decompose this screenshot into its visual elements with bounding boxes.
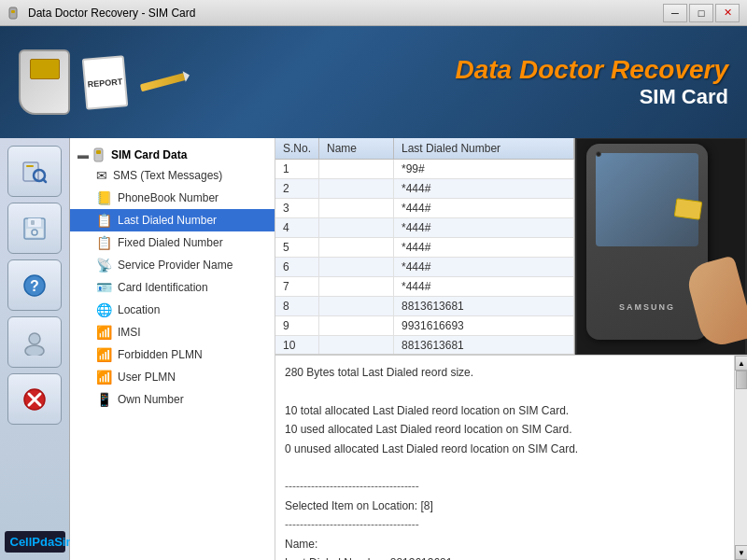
sidebar: ? CellPdaSim.com <box>0 138 70 560</box>
cell-sno: 2 <box>275 179 319 199</box>
tree-item-icon: 📶 <box>96 325 112 340</box>
tree-item-icon: 📡 <box>96 258 112 273</box>
brand-badge: CellPdaSim.com <box>5 531 65 553</box>
info-line4: 10 used allocated Last Dialed reord loca… <box>285 420 725 439</box>
table-row[interactable]: 7 *444# <box>275 277 574 297</box>
report-icon: REPORT <box>79 52 131 113</box>
cell-sno: 8 <box>275 297 319 316</box>
header-title-main: Data Doctor Recovery <box>455 55 728 85</box>
table-row[interactable]: 5 *444# <box>275 238 574 258</box>
svg-point-14 <box>25 345 44 356</box>
table-row[interactable]: 6 *444# <box>275 258 574 277</box>
tree-item-label: IMSI <box>118 326 141 339</box>
info-last-dialed-value: 8813613681 <box>387 556 452 560</box>
header-logo: REPORT <box>19 49 191 115</box>
tree-item-service-provider-name[interactable]: 📡Service Provider Name <box>70 254 275 276</box>
tree-item-imsi[interactable]: 📶IMSI <box>70 321 275 343</box>
tree-item-icon: ✉ <box>96 168 107 183</box>
cell-number: *444# <box>394 218 574 238</box>
cell-name <box>319 179 394 199</box>
cell-sno: 6 <box>275 258 319 277</box>
sim-card-visible <box>674 198 703 220</box>
scroll-down-button[interactable]: ▼ <box>735 545 747 560</box>
phone-visual-container: SAMSUNG <box>577 139 745 354</box>
col-name: Name <box>319 138 394 160</box>
info-text: 280 Bytes total Last Dialed reord size. … <box>275 356 734 560</box>
tree-item-icon: 📶 <box>96 347 112 362</box>
info-last-dialed-label: Last Dialed Number: <box>285 556 387 560</box>
tree-items-container: ✉SMS (Text Messages)📒PhoneBook Number📋La… <box>70 164 275 411</box>
cell-sno: 3 <box>275 199 319 218</box>
table-row[interactable]: 1 *99# <box>275 160 574 179</box>
phone-photo: SAMSUNG <box>574 138 747 355</box>
cell-sno: 9 <box>275 316 319 336</box>
tree-item-label: Card Identification <box>118 281 208 294</box>
cell-number: *444# <box>394 199 574 218</box>
tree-panel: ▬ SIM Card Data ✉SMS (Text Messages)📒Pho… <box>70 138 275 560</box>
tree-item-label: Location <box>118 303 160 316</box>
info-scrollbar: ▲ ▼ <box>734 356 747 560</box>
info-line-blank1 <box>285 382 725 400</box>
cell-number: 8813613681 <box>394 297 574 316</box>
tree-item-sms-(text-messages)[interactable]: ✉SMS (Text Messages) <box>70 164 275 187</box>
phone-camera <box>596 151 601 157</box>
tree-item-label: Last Dialed Number <box>118 214 217 227</box>
close-exit-button[interactable] <box>7 373 62 425</box>
maximize-button[interactable]: □ <box>689 4 713 22</box>
help-button[interactable]: ? <box>7 259 62 311</box>
sim-card-icon <box>19 49 70 115</box>
scroll-up-button[interactable]: ▲ <box>735 356 747 371</box>
content-area: ▬ SIM Card Data ✉SMS (Text Messages)📒Pho… <box>70 138 747 560</box>
cell-name <box>319 297 394 316</box>
svg-rect-8 <box>31 220 35 225</box>
info-line7: Selected Item on Location: [8] <box>285 497 725 515</box>
tree-item-user-plmn[interactable]: 📶User PLMN <box>70 366 275 388</box>
cell-sno: 10 <box>275 336 319 356</box>
tree-item-icon: 📋 <box>96 213 112 228</box>
table-row[interactable]: 10 8813613681 <box>275 336 574 356</box>
table-container: S.No. Name Last Dialed Number 1 *99# 2 *… <box>275 138 574 355</box>
search-button[interactable] <box>7 146 62 197</box>
info-divider1: ------------------------------------ <box>285 477 725 496</box>
info-panel: 280 Bytes total Last Dialed reord size. … <box>275 355 747 560</box>
cell-name <box>319 199 394 218</box>
header-title-sub: SIM Card <box>455 85 728 109</box>
tree-item-icon: 📶 <box>96 370 112 385</box>
scroll-thumb[interactable] <box>736 371 747 389</box>
cell-sno: 4 <box>275 218 319 238</box>
cell-number: *444# <box>394 277 574 297</box>
table-row[interactable]: 4 *444# <box>275 218 574 238</box>
info-line5: 0 unused allocated Last Dialed reord loc… <box>285 440 725 458</box>
save-button[interactable] <box>7 203 62 254</box>
samsung-label: SAMSUNG <box>619 302 675 312</box>
table-row[interactable]: 3 *444# <box>275 199 574 218</box>
sim-tree-icon <box>92 147 107 162</box>
table-row[interactable]: 8 8813613681 <box>275 297 574 316</box>
main-content: ? CellPdaSim.com ▬ <box>0 138 747 560</box>
close-button[interactable]: ✕ <box>715 4 740 22</box>
user-button[interactable] <box>7 316 62 368</box>
table-row[interactable]: 9 9931616693 <box>275 316 574 336</box>
cell-name <box>319 218 394 238</box>
tree-item-location[interactable]: 🌐Location <box>70 299 275 321</box>
cell-number: *444# <box>394 258 574 277</box>
tree-item-forbidden-plmn[interactable]: 📶Forbidden PLMN <box>70 343 275 366</box>
cell-name <box>319 277 394 297</box>
tree-item-own-number[interactable]: 📱Own Number <box>70 388 275 411</box>
content-top: ▬ SIM Card Data ✉SMS (Text Messages)📒Pho… <box>70 138 747 560</box>
minimize-button[interactable]: ─ <box>663 4 687 22</box>
info-line-blank2 <box>285 458 725 477</box>
info-line8: Name: <box>285 535 725 553</box>
tree-expand-icon[interactable]: ▬ <box>78 148 89 161</box>
tree-item-card-identification[interactable]: 🪪Card Identification <box>70 276 275 299</box>
cell-name <box>319 336 394 356</box>
info-line3: 10 total allocated Last Dialed reord loc… <box>285 401 725 420</box>
info-line1: 280 Bytes total Last Dialed reord size. <box>285 363 725 382</box>
cell-number: 8813613681 <box>394 336 574 356</box>
tree-item-phonebook-number[interactable]: 📒PhoneBook Number <box>70 187 275 209</box>
tree-item-last-dialed-number[interactable]: 📋Last Dialed Number <box>70 209 275 231</box>
table-row[interactable]: 2 *444# <box>275 179 574 199</box>
tree-item-fixed-dialed-number[interactable]: 📋Fixed Dialed Number <box>70 231 275 254</box>
tree-item-icon: 📋 <box>96 235 112 250</box>
tree-item-label: PhoneBook Number <box>118 191 218 204</box>
